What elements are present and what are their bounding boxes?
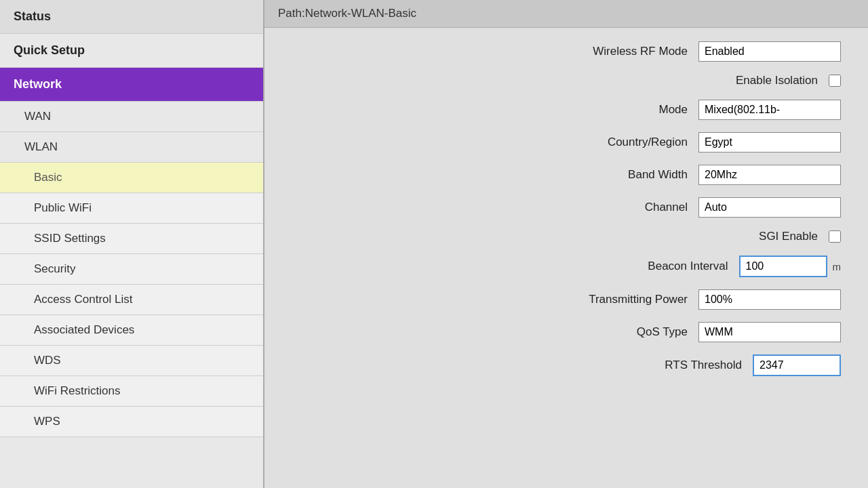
channel-row: Channel	[292, 197, 841, 218]
rts-threshold-row: RTS Threshold	[292, 354, 841, 376]
qos-type-row: QoS Type	[292, 322, 841, 342]
sgi-enable-row: SGI Enable	[292, 230, 841, 243]
rts-threshold-input[interactable]	[753, 354, 841, 376]
beacon-interval-group: m	[739, 256, 842, 277]
sidebar-item-quicksetup[interactable]: Quick Setup	[0, 34, 263, 68]
band-width-row: Band Width	[292, 165, 841, 185]
rts-threshold-label: RTS Threshold	[579, 359, 742, 372]
sgi-enable-label: SGI Enable	[655, 230, 818, 243]
transmitting-power-label: Transmitting Power	[525, 293, 688, 306]
sidebar-item-associated-devices[interactable]: Associated Devices	[0, 315, 263, 346]
wireless-rf-mode-row: Wireless RF Mode	[292, 41, 841, 62]
sgi-enable-checkbox[interactable]	[829, 230, 841, 243]
mode-input[interactable]	[698, 100, 841, 120]
sidebar-item-security[interactable]: Security	[0, 254, 263, 285]
mode-row: Mode	[292, 100, 841, 120]
sidebar-item-ssid-settings[interactable]: SSID Settings	[0, 224, 263, 254]
main-content: Path:Network-WLAN-Basic Wireless RF Mode…	[264, 0, 868, 488]
form-area: Wireless RF Mode Enable Isolation Mode C…	[264, 28, 868, 488]
sidebar-item-public-wifi[interactable]: Public WiFi	[0, 193, 263, 224]
qos-type-input[interactable]	[698, 322, 841, 342]
sidebar-item-basic[interactable]: Basic	[0, 163, 263, 193]
beacon-interval-input[interactable]	[739, 256, 827, 277]
channel-label: Channel	[525, 201, 688, 214]
sidebar: Status Quick Setup Network WAN WLAN Basi…	[0, 0, 264, 488]
beacon-interval-label: Beacon Interval	[566, 260, 728, 273]
transmitting-power-row: Transmitting Power	[292, 289, 841, 310]
country-region-row: Country/Region	[292, 132, 841, 152]
enable-isolation-row: Enable Isolation	[292, 74, 841, 87]
band-width-input[interactable]	[698, 165, 841, 185]
beacon-interval-row: Beacon Interval m	[292, 256, 841, 277]
wireless-rf-mode-label: Wireless RF Mode	[525, 45, 688, 58]
breadcrumb: Path:Network-WLAN-Basic	[264, 0, 868, 28]
enable-isolation-label: Enable Isolation	[655, 74, 818, 87]
sidebar-item-network[interactable]: Network	[0, 68, 263, 102]
sidebar-item-wlan[interactable]: WLAN	[0, 132, 263, 163]
enable-isolation-checkbox[interactable]	[829, 75, 841, 87]
sidebar-item-wds[interactable]: WDS	[0, 346, 263, 376]
channel-input[interactable]	[698, 197, 841, 218]
qos-type-label: QoS Type	[525, 325, 688, 339]
country-region-label: Country/Region	[525, 136, 688, 149]
sidebar-item-status[interactable]: Status	[0, 0, 263, 34]
band-width-label: Band Width	[525, 168, 688, 182]
sidebar-item-wps[interactable]: WPS	[0, 407, 263, 437]
country-region-input[interactable]	[698, 132, 841, 152]
beacon-interval-unit: m	[833, 261, 842, 272]
transmitting-power-input[interactable]	[698, 289, 841, 310]
sidebar-item-acl[interactable]: Access Control List	[0, 285, 263, 315]
sidebar-item-wan[interactable]: WAN	[0, 102, 263, 132]
mode-label: Mode	[525, 103, 688, 117]
wireless-rf-mode-input[interactable]	[698, 41, 841, 62]
sidebar-item-wifi-restrictions[interactable]: WiFi Restrictions	[0, 376, 263, 407]
